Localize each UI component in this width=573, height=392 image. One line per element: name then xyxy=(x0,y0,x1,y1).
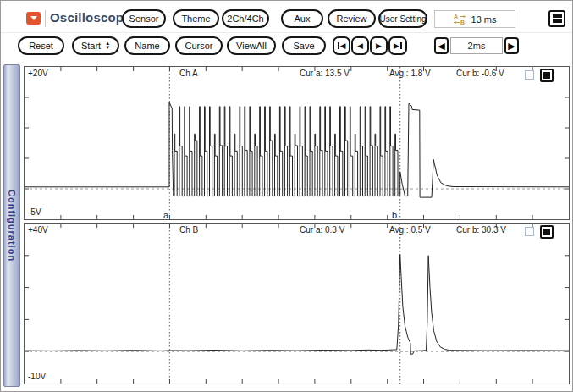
channel-b-label: Ch B xyxy=(179,225,198,235)
title-divider xyxy=(45,10,46,27)
cursor-a-label[interactable]: a xyxy=(163,210,168,220)
sensor-button[interactable]: Sensor xyxy=(122,9,166,28)
cursor-b-label[interactable]: b xyxy=(392,210,397,220)
channel-b-color-box[interactable] xyxy=(540,225,554,239)
channel-a-plot[interactable]: +20V Ch A Cur a: 13.5 V Avg : 1.8 V Cur … xyxy=(24,66,570,220)
channel-a-avg-value: Avg : 1.8 V xyxy=(389,69,431,78)
step-back-icon: ◀ xyxy=(357,42,363,50)
timebase-value-box[interactable]: 2ms xyxy=(450,37,503,54)
toolbar-separator xyxy=(1,32,572,33)
step-forward-icon: ▶ xyxy=(376,42,382,50)
cursor-button[interactable]: Cursor xyxy=(175,36,223,55)
start-button[interactable]: Start ▲▼ xyxy=(72,36,119,55)
skip-to-start-icon xyxy=(338,42,339,49)
app-title: Oscilloscope xyxy=(50,10,131,25)
menu-icon[interactable] xyxy=(548,10,565,27)
channel-a-cursor-a-value: Cur a: 13.5 V xyxy=(300,69,350,78)
timebase-next-icon: ▶ xyxy=(508,41,515,52)
theme-button[interactable]: Theme xyxy=(173,9,219,28)
svg-text:A: A xyxy=(454,14,458,19)
timebase-next-button[interactable]: ▶ xyxy=(504,37,519,54)
start-spinner-icon: ▲▼ xyxy=(105,41,110,50)
reset-button[interactable]: Reset xyxy=(18,36,64,55)
review-button[interactable]: Review xyxy=(328,9,376,28)
aux-button[interactable]: Aux xyxy=(281,9,323,28)
step-forward-button[interactable]: ▶ xyxy=(370,36,388,55)
channel-b-cursor-a-value: Cur a: 0.3 V xyxy=(300,225,344,235)
timebase-prev-icon: ◀ xyxy=(438,41,444,52)
cursor-delta-time-value: 13 ms xyxy=(471,14,497,25)
channel-b-checkbox[interactable] xyxy=(525,227,534,236)
channel-a-checkbox[interactable] xyxy=(525,70,534,80)
channel-a-label: Ch A xyxy=(179,69,198,78)
channel-a-color-box[interactable] xyxy=(540,69,554,82)
channel-b-avg-value: Avg : 0.5 V xyxy=(389,225,431,235)
cursor-ab-delta-icon: A B xyxy=(454,14,466,25)
skip-to-end-icon xyxy=(400,42,402,49)
channel-b-cursor-b-value: Cur b: 30.3 V xyxy=(456,225,506,235)
channel-b-plot[interactable]: +40V Ch B Cur a: 0.3 V Avg : 0.5 V Cur b… xyxy=(24,223,570,384)
channel-a-waveform xyxy=(25,67,569,219)
save-button[interactable]: Save xyxy=(282,36,326,55)
red-dropdown-logo-icon[interactable] xyxy=(26,12,41,25)
channel-a-top-voltage-label: +20V xyxy=(28,69,48,78)
channel-a-bottom-voltage-label: -5V xyxy=(28,207,41,217)
channel-b-top-voltage-label: +40V xyxy=(28,225,48,235)
cursor-delta-time-display: A B 13 ms xyxy=(434,10,515,28)
timebase-prev-button[interactable]: ◀ xyxy=(434,37,449,54)
channel-b-bottom-voltage-label: -10V xyxy=(28,372,46,381)
viewall-button[interactable]: ViewAll xyxy=(227,36,276,55)
configuration-tab[interactable]: Configuration xyxy=(3,64,20,387)
skip-to-end-button[interactable]: ▶ xyxy=(388,36,407,55)
oscilloscope-window: Oscilloscope Sensor Theme 2Ch/4Ch Aux Re… xyxy=(0,0,573,392)
configuration-tab-label: Configuration xyxy=(7,190,17,262)
channel-b-waveform xyxy=(25,224,569,384)
name-button[interactable]: Name xyxy=(124,36,170,55)
step-back-button[interactable]: ◀ xyxy=(351,36,369,55)
channel-mode-button[interactable]: 2Ch/4Ch xyxy=(222,9,269,28)
skip-to-start-button[interactable]: ◀ xyxy=(333,36,350,55)
user-setting-button[interactable]: User Setting xyxy=(378,9,427,28)
channel-a-cursor-b-value: Cur b: -0.6 V xyxy=(456,69,504,78)
svg-text:B: B xyxy=(460,19,465,25)
